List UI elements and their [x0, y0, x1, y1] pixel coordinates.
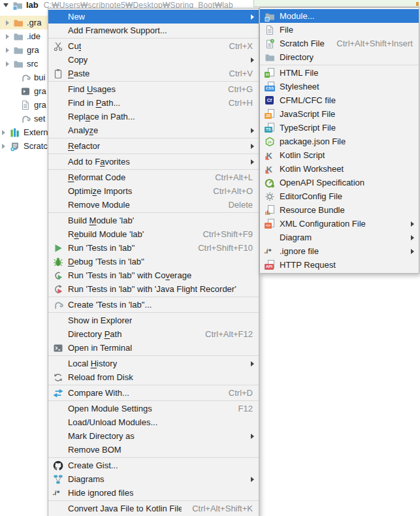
menu-item-show-in-explorer[interactable]: Show in Explorer — [48, 314, 259, 327]
menu-item-remove-bom[interactable]: Remove BOM — [48, 443, 259, 457]
menu-item-label: Stylesheet — [280, 82, 319, 91]
menu-item-reload-from-disk[interactable]: Reload from Disk — [48, 370, 259, 384]
collapse-arrow-icon[interactable] — [2, 130, 5, 135]
submenu-item-diagram[interactable]: Diagram — [260, 231, 419, 244]
menu-item-convert-java-to-kotlin[interactable]: Convert Java File to Kotlin FileCtrl+Alt… — [48, 502, 259, 515]
menu-item-create-gist[interactable]: Create Gist... — [48, 459, 259, 472]
submenu-item-resource-bundle[interactable]: Resource Bundle — [260, 203, 419, 217]
submenu-item-scratch-file[interactable]: Scratch FileCtrl+Alt+Shift+Insert — [260, 37, 419, 50]
menu-separator — [48, 153, 259, 154]
tree-root-name: lab — [26, 0, 39, 10]
submenu-item-typescript-file[interactable]: TSTypeScript File — [260, 121, 419, 135]
menu-item-reformat-code[interactable]: Reformat CodeCtrl+Alt+L — [48, 170, 259, 184]
context-menu: New Add Framework Support... CutCtrl+X C… — [48, 8, 259, 516]
submenu-arrow-icon — [251, 128, 254, 133]
menu-item-build-module[interactable]: Build Module 'lab' — [48, 214, 259, 227]
menu-item-find-in-path[interactable]: Find in Path...Ctrl+H — [48, 96, 259, 110]
menu-item-create-tests[interactable]: Create 'Tests in 'lab''... — [48, 298, 259, 312]
collapse-arrow-icon[interactable] — [6, 61, 9, 67]
menu-item-local-history[interactable]: Local History — [48, 357, 259, 370]
tree-item-label: set — [34, 114, 45, 123]
menu-item-cut[interactable]: CutCtrl+X — [48, 39, 259, 53]
tree-item-label: Scratc — [24, 141, 48, 151]
submenu-item-editorconfig-file[interactable]: EditorConfig File — [260, 189, 419, 203]
submenu-item-openapi-specification[interactable]: OpenAPI Specification — [260, 176, 419, 189]
menu-item-label: XML Configuration File — [280, 219, 366, 229]
menu-item-analyze[interactable]: Analyze — [48, 123, 259, 137]
menu-item-mark-directory-as[interactable]: Mark Directory as — [48, 429, 259, 443]
tree-item[interactable]: gra — [0, 84, 52, 98]
menu-item-replace-in-path[interactable]: Replace in Path... — [48, 110, 259, 123]
menu-item-diagrams[interactable]: Diagrams — [48, 472, 259, 486]
menu-item-copy[interactable]: Copy — [48, 53, 259, 67]
kotlin-icon — [265, 164, 275, 174]
menu-item-rebuild-module[interactable]: Rebuild Module 'lab'Ctrl+Shift+F9 — [48, 227, 259, 241]
submenu-item-http-request[interactable]: APIHTTP Request — [260, 258, 419, 272]
module-folder-icon — [12, 0, 23, 10]
menu-item-label: Compare With... — [68, 388, 129, 398]
menu-item-load-unload-modules[interactable]: Load/Unload Modules... — [48, 415, 259, 429]
menu-shortcut: Ctrl+X — [219, 41, 253, 51]
tree-item[interactable]: .ide — [0, 29, 52, 43]
menu-item-optimize-imports[interactable]: Optimize ImportsCtrl+Alt+O — [48, 184, 259, 198]
tree-item[interactable]: gra — [0, 43, 52, 57]
submenu-item-html-file[interactable]: HHTML File — [260, 66, 419, 80]
submenu-item-xml-configuration-file[interactable]: <>XML Configuration File — [260, 217, 419, 231]
tree-item[interactable]: set — [0, 112, 52, 125]
expand-arrow-icon[interactable] — [3, 3, 8, 7]
external-libraries-icon — [10, 127, 20, 138]
menu-item-label: Find in Path... — [68, 98, 120, 108]
kotlin-icon — [265, 150, 275, 161]
submenu-item-file[interactable]: File — [260, 23, 419, 37]
menu-item-directory-path[interactable]: Directory PathCtrl+Alt+F12 — [48, 327, 259, 341]
menu-item-open-in-terminal[interactable]: Open in Terminal — [48, 341, 259, 355]
menu-item-compare-with[interactable]: Compare With...Ctrl+D — [48, 386, 259, 400]
profiler-icon — [53, 284, 63, 295]
tree-item[interactable]: bui — [0, 71, 52, 84]
submenu-item-kotlin-worksheet[interactable]: Kotlin Worksheet — [260, 162, 419, 176]
submenu-item-cfml-cfc-file[interactable]: CfCFML/CFC file — [260, 93, 419, 107]
menu-item-label: Run 'Tests in 'lab'' with Coverage — [68, 270, 191, 280]
ignored-files-icon: .i* — [53, 488, 63, 498]
collapse-arrow-icon[interactable] — [6, 20, 9, 25]
collapse-arrow-icon[interactable] — [6, 48, 9, 53]
menu-item-add-framework-support[interactable]: Add Framework Support... — [48, 24, 259, 37]
tree-item[interactable]: .gra — [0, 16, 52, 29]
menu-separator — [48, 500, 259, 501]
tree-item[interactable]: src — [0, 57, 52, 71]
http-request-icon: API — [265, 260, 275, 270]
tree-item-external-libraries[interactable]: Extern — [0, 125, 52, 139]
collapse-arrow-icon[interactable] — [2, 144, 5, 149]
menu-item-find-usages[interactable]: Find UsagesCtrl+G — [48, 82, 259, 96]
menu-item-run-tests-coverage[interactable]: Run 'Tests in 'lab'' with Coverage — [48, 268, 259, 282]
menu-item-open-module-settings[interactable]: Open Module SettingsF12 — [48, 402, 259, 415]
submenu-item-package-json-file[interactable]: package.json File — [260, 135, 419, 148]
submenu-item-javascript-file[interactable]: JSJavaScript File — [260, 107, 419, 121]
menu-item-refactor[interactable]: Refactor — [48, 139, 259, 153]
github-icon — [53, 460, 63, 471]
menu-item-debug-tests[interactable]: Debug 'Tests in 'lab'' — [48, 255, 259, 268]
menu-item-paste[interactable]: PasteCtrl+V — [48, 67, 259, 80]
menu-item-label: Copy — [68, 55, 88, 65]
menu-item-label: Directory — [280, 52, 314, 62]
javascript-icon: JS — [265, 109, 275, 120]
submenu-item-kotlin-script[interactable]: Kotlin Script — [260, 148, 419, 162]
collapse-arrow-icon[interactable] — [6, 34, 9, 39]
menu-item-run-tests[interactable]: Run 'Tests in 'lab''Ctrl+Shift+F10 — [48, 241, 259, 255]
menu-item-add-to-favorites[interactable]: Add to Favorites — [48, 155, 259, 169]
submenu-item-module[interactable]: Module... — [260, 9, 419, 23]
tree-item[interactable]: gra — [0, 98, 52, 112]
menu-item-label: Remove BOM — [68, 445, 121, 455]
menu-item-hide-ignored-files[interactable]: .i*Hide ignored files — [48, 486, 259, 500]
submenu-arrow-icon — [411, 249, 414, 254]
submenu-item-ignore-file[interactable]: .i*.ignore file — [260, 244, 419, 258]
submenu-item-directory[interactable]: Directory — [260, 50, 419, 64]
menu-item-new[interactable]: New — [48, 10, 259, 24]
menu-item-label: Build Module 'lab' — [68, 216, 134, 225]
menu-item-run-tests-jfr[interactable]: Run 'Tests in 'lab'' with 'Java Flight R… — [48, 282, 259, 296]
submenu-item-stylesheet[interactable]: CSSStylesheet — [260, 80, 419, 93]
tree-item-scratches[interactable]: Scratc — [0, 139, 52, 153]
menu-item-label: Hide ignored files — [68, 488, 133, 498]
submenu-arrow-icon — [251, 57, 254, 63]
menu-item-remove-module[interactable]: Remove ModuleDelete — [48, 198, 259, 212]
